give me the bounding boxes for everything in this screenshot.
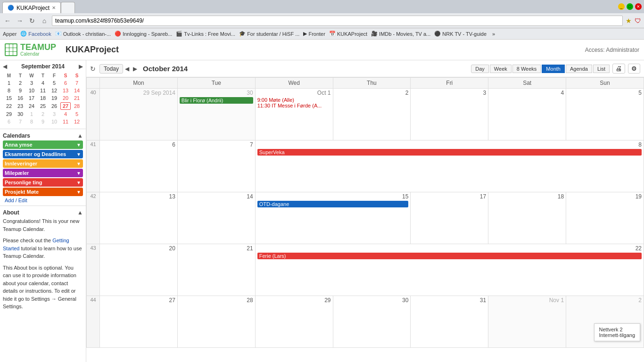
day-cell[interactable]: 3 bbox=[411, 89, 488, 140]
event[interactable]: Blir i Florø (Andrii) bbox=[180, 97, 253, 104]
mini-cal-day[interactable]: 28 bbox=[72, 102, 82, 110]
mini-cal-day[interactable]: 6 bbox=[4, 118, 14, 125]
mini-cal-day[interactable]: 14 bbox=[72, 87, 82, 94]
day-view-button[interactable]: Day bbox=[471, 65, 489, 73]
mini-cal-day[interactable]: 23 bbox=[15, 102, 25, 110]
bookmark-star-icon[interactable]: ★ bbox=[626, 17, 632, 25]
day-cell[interactable]: 22Ferie (Lars) bbox=[255, 244, 644, 296]
today-button[interactable]: Today bbox=[99, 64, 123, 74]
day-cell[interactable]: 19 bbox=[566, 192, 644, 244]
bookmark-facebook[interactable]: 🌐 Facebook bbox=[20, 31, 51, 37]
mini-cal-day[interactable]: 5 bbox=[49, 80, 59, 86]
day-cell[interactable]: Oct 19:00 Møte (Alle)11:30 IT Messe i Fø… bbox=[255, 89, 333, 140]
mini-cal-day[interactable]: 17 bbox=[26, 95, 37, 101]
next-month-button[interactable]: ▶ bbox=[131, 65, 139, 73]
mini-cal-day[interactable]: 20 bbox=[60, 95, 71, 101]
mini-cal-day[interactable]: 26 bbox=[49, 102, 59, 110]
mini-cal-day[interactable]: 18 bbox=[38, 95, 48, 101]
bookmark-kuka[interactable]: 📅 KUKAProject bbox=[329, 31, 367, 37]
mini-cal-day[interactable]: 10 bbox=[26, 87, 37, 94]
bookmark-innlogging[interactable]: 🔴 Innlogging - Spareb... bbox=[115, 31, 172, 37]
day-cell[interactable]: Nov 1 bbox=[488, 296, 566, 348]
maximize-button[interactable]: □ bbox=[627, 3, 633, 10]
mini-cal-day[interactable]: 10 bbox=[49, 118, 59, 125]
day-cell[interactable]: 5 bbox=[566, 89, 644, 140]
mini-cal-day[interactable]: 11 bbox=[38, 87, 48, 94]
bookmark-apper[interactable]: Apper bbox=[3, 31, 17, 37]
close-icon[interactable]: ✕ bbox=[52, 5, 56, 10]
day-cell[interactable]: 31 bbox=[411, 296, 488, 348]
mini-cal-day[interactable]: 29 bbox=[4, 111, 14, 117]
calendar-item[interactable]: Personlige ting▼ bbox=[3, 178, 83, 187]
mini-cal-day[interactable]: 16 bbox=[15, 95, 25, 101]
day-cell[interactable]: 14 bbox=[177, 192, 255, 244]
month-view-button[interactable]: Month bbox=[542, 65, 565, 73]
window-close-button[interactable]: ✕ bbox=[635, 3, 642, 10]
forward-button[interactable]: → bbox=[15, 16, 25, 25]
mini-cal-day[interactable]: 4 bbox=[60, 111, 71, 117]
day-cell[interactable]: 30Blir i Florø (Andrii) bbox=[177, 89, 255, 140]
calendar-dropdown-button[interactable]: ▼ bbox=[76, 189, 81, 195]
calendar-dropdown-button[interactable]: ▼ bbox=[76, 142, 81, 148]
refresh-calendar-button[interactable]: ↻ bbox=[90, 65, 96, 73]
week-view-button[interactable]: Week bbox=[490, 65, 512, 73]
bookmark-tvlinks[interactable]: 🎬 Tv-Links : Free Movi... bbox=[176, 31, 235, 37]
day-cell[interactable]: 2 bbox=[333, 89, 411, 140]
mini-cal-day[interactable]: 6 bbox=[60, 80, 71, 86]
mini-cal-prev-button[interactable]: ◀ bbox=[3, 63, 7, 70]
refresh-button[interactable]: ↻ bbox=[27, 16, 37, 25]
mini-cal-day[interactable]: 9 bbox=[15, 87, 25, 94]
bookmark-fronter[interactable]: ▶ Fronter bbox=[303, 31, 325, 37]
day-cell[interactable]: 28 bbox=[177, 296, 255, 348]
minimize-button[interactable]: _ bbox=[618, 3, 625, 10]
day-cell[interactable]: 20 bbox=[100, 244, 178, 296]
day-cell[interactable]: 29 bbox=[255, 296, 333, 348]
day-cell[interactable]: 13 bbox=[100, 192, 178, 244]
day-cell[interactable]: 29 Sep 2014 bbox=[100, 89, 178, 140]
mini-cal-day[interactable]: 11 bbox=[60, 118, 71, 125]
timed-event[interactable]: 9:00 Møte (Alle) bbox=[257, 97, 331, 103]
mini-cal-day[interactable]: 25 bbox=[38, 102, 48, 110]
calendar-dropdown-button[interactable]: ▼ bbox=[76, 161, 81, 166]
mini-cal-day[interactable]: 19 bbox=[49, 95, 59, 101]
mini-cal-day[interactable]: 5 bbox=[72, 111, 82, 117]
day-cell[interactable]: 7 bbox=[177, 140, 255, 192]
day-cell[interactable]: 6 bbox=[100, 140, 178, 192]
day-cell[interactable]: 30 bbox=[333, 296, 411, 348]
mini-cal-day[interactable]: 4 bbox=[38, 80, 48, 86]
more-bookmarks[interactable]: » bbox=[492, 31, 495, 37]
mini-cal-day[interactable]: 22 bbox=[4, 102, 14, 110]
calendar-item[interactable]: Innleveringer▼ bbox=[3, 159, 83, 168]
mini-cal-day[interactable]: 8 bbox=[4, 87, 14, 94]
add-edit-link[interactable]: Add / Edit bbox=[3, 197, 29, 204]
mini-cal-day[interactable]: 13 bbox=[60, 87, 71, 94]
mini-cal-day[interactable]: 2 bbox=[15, 80, 25, 86]
mini-cal-day[interactable]: 1 bbox=[4, 80, 14, 86]
bookmark-studentar[interactable]: 🎓 For studentar / HiSF ... bbox=[239, 31, 299, 37]
list-view-button[interactable]: List bbox=[593, 65, 610, 73]
home-button[interactable]: ⌂ bbox=[40, 16, 49, 25]
spanning-event[interactable]: Ferie (Lars) bbox=[257, 253, 642, 259]
mini-cal-day[interactable]: 12 bbox=[72, 118, 82, 125]
mini-cal-day[interactable]: 7 bbox=[72, 80, 82, 86]
day-cell[interactable]: 17 bbox=[411, 192, 488, 244]
day-cell[interactable]: 27 bbox=[100, 296, 178, 348]
spanning-event[interactable]: OTD-dagane bbox=[257, 201, 409, 207]
agenda-view-button[interactable]: Agenda bbox=[566, 65, 592, 73]
settings-button[interactable]: ⚙ bbox=[628, 64, 640, 74]
bookmark-nrk[interactable]: ⚫ NRK TV - TV-guide bbox=[434, 31, 487, 37]
mini-cal-day[interactable]: 15 bbox=[4, 95, 14, 101]
calendar-item[interactable]: Anna ymse▼ bbox=[3, 140, 83, 149]
mini-cal-day[interactable]: 21 bbox=[72, 95, 82, 101]
mini-cal-day[interactable]: 3 bbox=[26, 80, 37, 86]
calendar-item[interactable]: Eksamener og Deadlines▼ bbox=[3, 150, 83, 158]
mini-cal-day[interactable]: 1 bbox=[26, 111, 37, 117]
spanning-event[interactable]: SuperVeka bbox=[257, 149, 642, 156]
address-bar[interactable] bbox=[52, 16, 623, 26]
mini-cal-day[interactable]: 12 bbox=[49, 87, 59, 94]
print-button[interactable]: 🖨 bbox=[612, 64, 625, 74]
mini-cal-day[interactable]: 30 bbox=[15, 111, 25, 117]
calendar-dropdown-button[interactable]: ▼ bbox=[76, 152, 81, 157]
day-cell[interactable]: 21 bbox=[177, 244, 255, 296]
timed-event[interactable]: 11:30 IT Messe i Førde (A... bbox=[257, 103, 331, 108]
